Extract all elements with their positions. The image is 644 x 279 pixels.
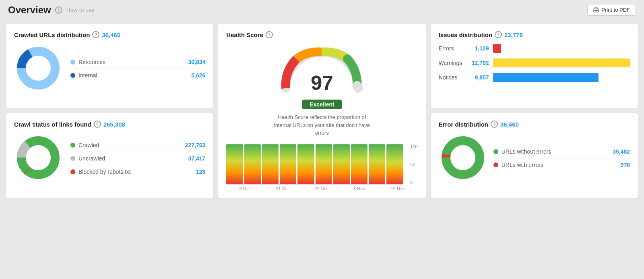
bar-chart-inner [226, 144, 403, 185]
error-dist-donut [439, 133, 487, 183]
gauge-score: 97 [311, 73, 333, 93]
crawled-dot [70, 143, 75, 148]
print-icon [593, 7, 599, 13]
health-history-chart: 100 50 0 8 Oct 21 Oct 29 Oct 8 Nov 19 No… [226, 144, 417, 191]
issue-row-notices: Notices 9,857 [439, 73, 630, 82]
error-distribution-card: Error distribution ? 36,460 URLs without… [431, 113, 638, 198]
y-label-100: 100 [410, 144, 417, 149]
bar-5 [297, 144, 314, 184]
with-errors-value: 978 [621, 162, 630, 168]
page-title: Overview [8, 4, 51, 16]
help-icon[interactable]: ? [55, 6, 62, 14]
header-left: Overview ? How to use [8, 4, 95, 16]
errors-value: 1,129 [469, 45, 489, 52]
health-score-title: Health Score ? [226, 31, 273, 38]
svg-point-11 [451, 146, 475, 169]
svg-point-8 [27, 146, 50, 169]
crawl-status-legend: Crawled 227,763 Uncrawled 37,417 Blocked… [70, 139, 205, 178]
legend-item-uncrawled: Uncrawled 37,417 [70, 152, 205, 165]
warnings-bar [493, 58, 630, 67]
y-label-0: 0 [410, 180, 417, 185]
no-errors-dot [493, 149, 498, 154]
warnings-bar-wrap [493, 58, 630, 67]
x-label-29oct: 29 Oct [314, 186, 327, 191]
errors-bar [493, 44, 501, 53]
error-dist-content: URLs without errors 35,482 URLs with err… [439, 133, 630, 183]
how-to-use-link[interactable]: How to use [66, 7, 95, 13]
crawled-urls-donut [14, 44, 62, 94]
bar-3 [262, 144, 279, 184]
y-label-50: 50 [410, 162, 417, 167]
legend-item-crawled: Crawled 227,763 [70, 139, 205, 152]
crawled-label: Crawled [78, 142, 182, 148]
svg-point-4 [27, 56, 50, 80]
blocked-value: 128 [196, 169, 205, 175]
bar-10 [386, 144, 403, 184]
legend-item-blocked: Blocked by robots.txt 128 [70, 165, 205, 178]
crawled-urls-legend: Resources 30,834 Internal 5,626 [70, 56, 205, 82]
no-errors-value: 35,482 [613, 148, 630, 155]
errors-label: Errors [439, 45, 465, 52]
health-score-card: Health Score ? 97 Excellent [218, 24, 425, 198]
bar-2 [244, 144, 261, 184]
bar-8 [351, 144, 367, 184]
notices-bar-wrap [493, 73, 630, 82]
blocked-label: Blocked by robots.txt [78, 169, 193, 175]
uncrawled-label: Uncrawled [78, 155, 185, 162]
error-dist-title: Error distribution ? 36,460 [439, 121, 630, 128]
crawl-status-help-icon[interactable]: ? [94, 121, 101, 128]
svg-rect-1 [594, 10, 598, 11]
resources-label: Resources [78, 59, 185, 65]
resources-dot [70, 60, 75, 65]
crawl-status-card: Crawl status of links found ? 265,308 [6, 113, 213, 198]
crawled-urls-help-icon[interactable]: ? [92, 31, 99, 38]
resources-value: 30,834 [188, 59, 206, 65]
issue-row-warnings: Warnings 12,792 [439, 58, 630, 67]
health-description: Health Score reflects the proportion of … [270, 113, 374, 137]
with-errors-dot [493, 162, 498, 167]
errors-bar-wrap [493, 44, 630, 53]
crawl-status-donut [14, 133, 62, 183]
internal-label: Internal [78, 72, 188, 79]
print-to-pdf-button[interactable]: Print to PDF [587, 4, 636, 16]
crawled-urls-title: Crawled URLs distribution ? 36,460 [14, 31, 205, 38]
x-label-8oct: 8 Oct [239, 186, 250, 191]
y-axis-labels: 100 50 0 [410, 144, 417, 185]
crawled-urls-card: Crawled URLs distribution ? 36,460 Resou… [6, 24, 213, 108]
issues-help-icon[interactable]: ? [495, 31, 502, 38]
issues-bars: Errors 1,129 Warnings 12,792 Notices 9,8… [439, 44, 630, 82]
uncrawled-dot [70, 156, 75, 161]
x-label-19nov: 19 Nov [391, 186, 405, 191]
internal-dot [70, 73, 75, 78]
legend-item-internal: Internal 5,626 [70, 69, 205, 82]
bar-4 [280, 144, 296, 184]
issue-row-errors: Errors 1,129 [439, 44, 630, 53]
crawl-status-content: Crawled 227,763 Uncrawled 37,417 Blocked… [14, 133, 205, 183]
health-score-help-icon[interactable]: ? [266, 31, 273, 38]
warnings-label: Warnings [439, 60, 465, 66]
bar-9 [369, 144, 385, 184]
notices-bar [493, 73, 599, 82]
notices-value: 9,857 [469, 74, 489, 81]
internal-value: 5,626 [191, 72, 205, 79]
bar-7 [333, 144, 350, 184]
notices-label: Notices [439, 74, 465, 81]
issues-distribution-card: Issues distribution ? 23,778 Errors 1,12… [431, 24, 638, 108]
error-dist-help-icon[interactable]: ? [491, 121, 498, 128]
no-errors-label: URLs without errors [502, 148, 610, 155]
legend-item-resources: Resources 30,834 [70, 56, 205, 69]
page-header: Overview ? How to use Print to PDF [0, 0, 644, 20]
error-dist-legend: URLs without errors 35,482 URLs with err… [493, 145, 630, 171]
crawled-urls-content: Resources 30,834 Internal 5,626 [14, 44, 205, 94]
warnings-value: 12,792 [469, 60, 489, 66]
gauge-container: 97 [278, 44, 366, 96]
x-axis-labels: 8 Oct 21 Oct 29 Oct 8 Nov 19 Nov [226, 186, 417, 191]
legend-item-with-errors: URLs with errors 978 [493, 158, 630, 171]
print-label: Print to PDF [601, 7, 630, 13]
dashboard: Crawled URLs distribution ? 36,460 Resou… [0, 20, 644, 202]
issues-title: Issues distribution ? 23,778 [439, 31, 630, 38]
x-label-8nov: 8 Nov [353, 186, 365, 191]
with-errors-label: URLs with errors [502, 162, 617, 168]
crawled-value: 227,763 [185, 142, 206, 148]
bar-1 [226, 144, 243, 184]
